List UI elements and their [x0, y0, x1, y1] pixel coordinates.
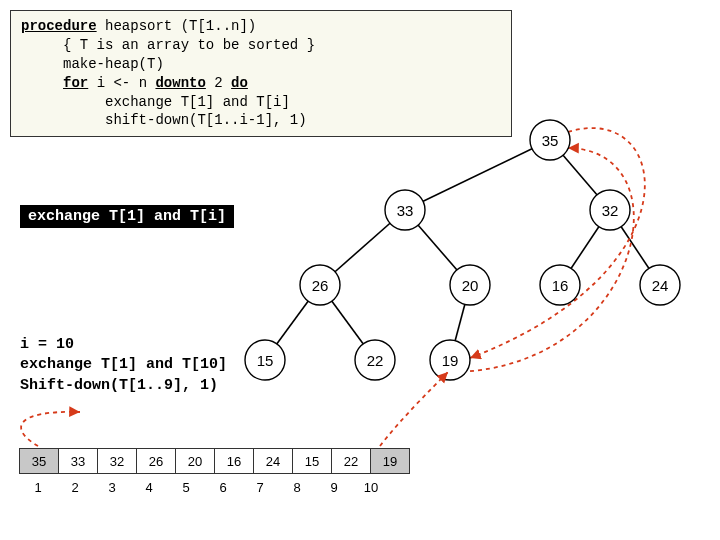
- tree-node-7-label: 24: [652, 277, 669, 294]
- tree-node-2-label: 33: [397, 202, 414, 219]
- tree-node-8-label: 15: [257, 352, 274, 369]
- array-idx-7: 7: [241, 480, 279, 495]
- code-l4a: [21, 75, 63, 91]
- array-idx-4: 4: [130, 480, 168, 495]
- array-cell-2: 33: [58, 448, 98, 474]
- array-idx-8: 8: [278, 480, 316, 495]
- array-cell-4: 26: [136, 448, 176, 474]
- tree-node-6-label: 16: [552, 277, 569, 294]
- code-l4e: 2: [206, 75, 231, 91]
- kw-for: for: [63, 75, 88, 91]
- tree-node-10-label: 19: [442, 352, 459, 369]
- array-cell-10: 19: [370, 448, 410, 474]
- tree-node-3: 32: [590, 190, 630, 230]
- step-l3: Shift-down(T[1..9], 1): [20, 377, 218, 394]
- code-l5: exchange T[1] and T[i]: [21, 94, 290, 110]
- tree-node-1: 35: [530, 120, 570, 160]
- tree-node-3-label: 32: [602, 202, 619, 219]
- array-cell-6: 16: [214, 448, 254, 474]
- tree-node-7: 24: [640, 265, 680, 305]
- array-cell-1: 35: [19, 448, 59, 474]
- array-idx-1: 1: [19, 480, 57, 495]
- array-idx-3: 3: [93, 480, 131, 495]
- array-cell-3: 32: [97, 448, 137, 474]
- array-cell-9: 22: [331, 448, 371, 474]
- array-index-row: 1 2 3 4 5 6 7 8 9 10: [20, 480, 410, 495]
- array-idx-2: 2: [56, 480, 94, 495]
- tree-node-9-label: 22: [367, 352, 384, 369]
- code-l1: heapsort (T[1..n]): [97, 18, 257, 34]
- array-idx-5: 5: [167, 480, 205, 495]
- code-l4c: i <- n: [88, 75, 155, 91]
- tree-node-10: 19: [430, 340, 470, 380]
- heap-tree: 35 33 32 26 20 16 24 15 22 19: [260, 110, 700, 400]
- code-l3: make-heap(T): [21, 56, 164, 72]
- kw-procedure: procedure: [21, 18, 97, 34]
- kw-do: do: [231, 75, 248, 91]
- tree-node-5-label: 20: [462, 277, 479, 294]
- array-table: 35 33 32 26 20 16 24 15 22 19 1 2 3 4 5 …: [20, 448, 410, 495]
- step-box: i = 10 exchange T[1] and T[10] Shift-dow…: [20, 335, 227, 396]
- tree-node-8: 15: [245, 340, 285, 380]
- tree-node-1-label: 35: [542, 132, 559, 149]
- tree-node-9: 22: [355, 340, 395, 380]
- step-l2: exchange T[1] and T[10]: [20, 356, 227, 373]
- array-idx-10: 10: [352, 480, 390, 495]
- code-l2: { T is an array to be sorted }: [21, 37, 315, 53]
- array-values-row: 35 33 32 26 20 16 24 15 22 19: [20, 448, 410, 474]
- array-cell-8: 15: [292, 448, 332, 474]
- step-l1: i = 10: [20, 336, 74, 353]
- array-idx-9: 9: [315, 480, 353, 495]
- kw-downto: downto: [155, 75, 205, 91]
- exchange-label: exchange T[1] and T[i]: [20, 205, 234, 228]
- array-idx-6: 6: [204, 480, 242, 495]
- array-cell-7: 24: [253, 448, 293, 474]
- tree-node-4: 26: [300, 265, 340, 305]
- tree-node-6: 16: [540, 265, 580, 305]
- tree-node-2: 33: [385, 190, 425, 230]
- array-cell-5: 20: [175, 448, 215, 474]
- tree-node-4-label: 26: [312, 277, 329, 294]
- svg-line-0: [405, 140, 550, 210]
- tree-node-5: 20: [450, 265, 490, 305]
